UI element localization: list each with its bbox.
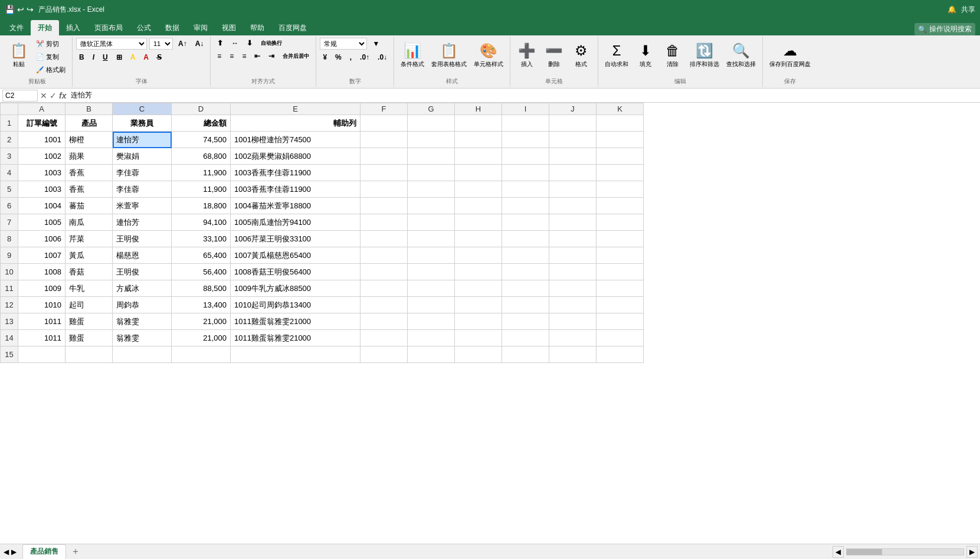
tab-view[interactable]: 视图 (215, 20, 243, 35)
increase-decimal-button[interactable]: .0↑ (357, 52, 372, 63)
decrease-indent-button[interactable]: ⇤ (251, 51, 263, 61)
cell-B10[interactable]: 香菇 (65, 264, 113, 280)
cell-I10[interactable] (502, 264, 549, 280)
cell-D4[interactable]: 11,900 (172, 165, 231, 181)
cell-I12[interactable] (502, 297, 549, 313)
cell-I4[interactable] (502, 165, 549, 181)
paste-button[interactable]: 📋 粘贴 (6, 38, 32, 73)
cell-F11[interactable] (360, 280, 408, 297)
cell-H2[interactable] (455, 132, 502, 148)
cell-E15[interactable] (231, 346, 360, 363)
scroll-right-icon[interactable]: ▶ (966, 546, 978, 558)
cell-D15[interactable] (172, 346, 231, 363)
cell-H7[interactable] (455, 214, 502, 231)
cell-H3[interactable] (455, 148, 502, 165)
copy-button[interactable]: 📄 复制 (33, 51, 68, 63)
cell-C11[interactable]: 方威冰 (113, 280, 172, 297)
cell-K2[interactable] (596, 132, 644, 148)
col-header-d[interactable]: D (172, 103, 231, 115)
cell-B13[interactable]: 雞蛋 (65, 313, 113, 330)
confirm-formula-icon[interactable]: ✓ (50, 91, 57, 100)
autosum-button[interactable]: Σ 自动求和 (602, 38, 631, 73)
cut-button[interactable]: ✂️ 剪切 (33, 38, 68, 50)
cell-C2[interactable]: 連怡芳 (113, 132, 172, 148)
delete-cells-button[interactable]: ➖ 删除 (541, 38, 567, 73)
cell-H5[interactable] (455, 181, 502, 198)
cell-G5[interactable] (408, 181, 455, 198)
col-header-a[interactable]: A (18, 103, 65, 115)
cell-E1[interactable]: 輔助列 (231, 115, 360, 132)
cell-I9[interactable] (502, 247, 549, 264)
cell-I11[interactable] (502, 280, 549, 297)
cell-I5[interactable] (502, 181, 549, 198)
cell-B1[interactable]: 產品 (65, 115, 113, 132)
clear-button[interactable]: 🗑 清除 (660, 38, 686, 73)
cell-J15[interactable] (549, 346, 596, 363)
italic-button[interactable]: I (90, 52, 97, 63)
cell-J2[interactable] (549, 132, 596, 148)
wrap-text-button[interactable]: 自动换行 (258, 38, 285, 48)
cell-J13[interactable] (549, 313, 596, 330)
cell-B14[interactable]: 雞蛋 (65, 330, 113, 346)
cell-H8[interactable] (455, 231, 502, 247)
cell-E8[interactable]: 1006芹菜王明俊33100 (231, 231, 360, 247)
cell-D7[interactable]: 94,100 (172, 214, 231, 231)
cell-A1[interactable]: 訂單編號 (18, 115, 65, 132)
row-header-15[interactable]: 15 (1, 346, 18, 363)
cell-D12[interactable]: 13,400 (172, 297, 231, 313)
cell-K14[interactable] (596, 330, 644, 346)
cell-G14[interactable] (408, 330, 455, 346)
cell-D6[interactable]: 18,800 (172, 198, 231, 214)
cell-B11[interactable]: 牛乳 (65, 280, 113, 297)
cell-F12[interactable] (360, 297, 408, 313)
cell-B2[interactable]: 柳橙 (65, 132, 113, 148)
cell-styles-button[interactable]: 🎨 单元格样式 (471, 38, 506, 73)
formula-input[interactable] (68, 91, 978, 100)
cell-A9[interactable]: 1007 (18, 247, 65, 264)
cell-reference-box[interactable] (2, 90, 38, 102)
insert-function-icon[interactable]: fx (59, 91, 66, 100)
row-header-3[interactable]: 3 (1, 148, 18, 165)
cell-H10[interactable] (455, 264, 502, 280)
cell-C12[interactable]: 周鈞恭 (113, 297, 172, 313)
cell-D10[interactable]: 56,400 (172, 264, 231, 280)
cell-E12[interactable]: 1010起司周鈞恭13400 (231, 297, 360, 313)
row-header-11[interactable]: 11 (1, 280, 18, 297)
cell-A5[interactable]: 1003 (18, 181, 65, 198)
cell-B15[interactable] (65, 346, 113, 363)
cell-F8[interactable] (360, 231, 408, 247)
cell-J1[interactable] (549, 115, 596, 132)
cell-F13[interactable] (360, 313, 408, 330)
align-right-button[interactable]: ≡ (239, 51, 249, 61)
cell-A13[interactable]: 1011 (18, 313, 65, 330)
tab-scroll-left-icon[interactable]: ◀ (2, 547, 10, 557)
cell-F1[interactable] (360, 115, 408, 132)
align-left-button[interactable]: ≡ (214, 51, 224, 61)
number-format-dropdown[interactable]: ▼ (369, 38, 382, 49)
cell-H11[interactable] (455, 280, 502, 297)
cell-J6[interactable] (549, 198, 596, 214)
cell-J10[interactable] (549, 264, 596, 280)
font-color-button[interactable]: A (140, 52, 152, 63)
comma-button[interactable]: , (347, 52, 355, 63)
align-middle-button[interactable]: ↔ (228, 38, 241, 48)
cell-J11[interactable] (549, 280, 596, 297)
cell-K1[interactable] (596, 115, 644, 132)
cell-A15[interactable] (18, 346, 65, 363)
search-label[interactable]: 操作说明搜索 (929, 24, 972, 34)
cell-F15[interactable] (360, 346, 408, 363)
bold-button[interactable]: B (76, 52, 87, 63)
cell-E5[interactable]: 1003香蕉李佳蓉11900 (231, 181, 360, 198)
cell-K9[interactable] (596, 247, 644, 264)
font-grow-button[interactable]: A↑ (175, 38, 190, 49)
cell-D8[interactable]: 33,100 (172, 231, 231, 247)
cell-J12[interactable] (549, 297, 596, 313)
find-select-button[interactable]: 🔍 查找和选择 (723, 38, 759, 73)
row-header-9[interactable]: 9 (1, 247, 18, 264)
font-size-select[interactable]: 11 (149, 38, 173, 50)
cell-F4[interactable] (360, 165, 408, 181)
tab-help[interactable]: 帮助 (243, 20, 271, 35)
row-header-7[interactable]: 7 (1, 214, 18, 231)
cancel-formula-icon[interactable]: ✕ (40, 91, 47, 100)
cell-C3[interactable]: 樊淑娟 (113, 148, 172, 165)
